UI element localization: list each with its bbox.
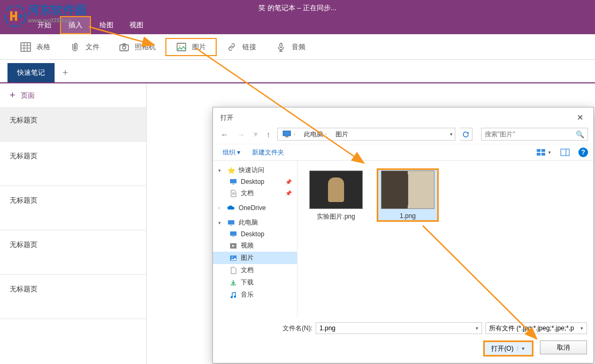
pin-icon: 📌 [285, 179, 292, 185]
watermark-site-name: 河东软件园 [28, 2, 87, 18]
ribbon-file-label: 文件 [86, 42, 100, 52]
ribbon-table-label: 表格 [36, 42, 50, 52]
file-tile-1[interactable]: 1.png [377, 168, 439, 222]
tree-desktop[interactable]: Desktop📌 [213, 176, 297, 187]
toolbar-organize[interactable]: 组织 ▾ [223, 148, 240, 157]
desktop-icon [229, 178, 238, 185]
refresh-button[interactable] [460, 128, 472, 141]
open-button[interactable]: 打开(O)▼ [483, 340, 533, 357]
svg-point-31 [231, 296, 233, 298]
nav-up-button[interactable]: ↑ [264, 129, 273, 140]
filetype-select[interactable]: 所有文件 (*.jpg;*.jpeg;*.jpe;*.p ▾ [485, 322, 587, 334]
view-mode-button[interactable]: ▼ [536, 149, 552, 156]
tree-music[interactable]: 音乐 [213, 289, 297, 301]
watermark-url: www.pc0359.cn [28, 17, 72, 24]
filename-dropdown-icon[interactable]: ▾ [476, 326, 478, 331]
svg-rect-11 [280, 43, 282, 48]
file-tile-0[interactable]: 实验图片.png [305, 168, 367, 223]
svg-point-30 [232, 257, 233, 258]
tree-onedrive[interactable]: ›OneDrive [213, 203, 297, 213]
video-icon [229, 242, 238, 250]
this-pc-icon [227, 219, 235, 227]
svg-point-8 [123, 46, 126, 49]
svg-rect-17 [541, 153, 545, 156]
desktop-icon [229, 230, 238, 238]
filename-label: 文件名(N): [219, 324, 312, 333]
nav-recent-button[interactable]: ▾ [251, 128, 260, 140]
dialog-nav-bar: ← → ▾ ↑ › 此电脑› 图片 ▾ 🔍 [213, 126, 593, 144]
page-item-4[interactable]: 无标题页 [0, 275, 146, 319]
link-icon [226, 42, 237, 52]
svg-rect-16 [537, 153, 540, 156]
svg-rect-24 [228, 220, 234, 224]
svg-rect-14 [537, 149, 540, 152]
dialog-close-button[interactable]: ✕ [574, 112, 587, 123]
add-page-button[interactable]: + 页面 [0, 83, 146, 108]
pictures-icon [229, 254, 238, 262]
ribbon-audio[interactable]: 音频 [266, 39, 315, 55]
ribbon-audio-label: 音频 [292, 42, 306, 52]
tree-videos[interactable]: 视频 [213, 239, 297, 252]
svg-rect-21 [232, 184, 234, 184]
svg-rect-13 [285, 136, 288, 137]
preview-pane-button[interactable] [560, 149, 570, 156]
page-item-2[interactable]: 无标题页 [0, 186, 146, 230]
tab-quick-notes[interactable]: 快速笔记 [7, 63, 55, 82]
tree-downloads[interactable]: 下载 [213, 276, 297, 289]
svg-rect-15 [541, 149, 545, 152]
ribbon-toolbar: 表格 文件 照相机 图片 链接 音频 [0, 34, 595, 60]
nav-back-button[interactable]: ← [218, 129, 231, 140]
tree-pictures[interactable]: 图片 [213, 252, 297, 264]
breadcrumb-root[interactable]: 此电脑 [304, 130, 323, 139]
open-split-arrow[interactable]: ▼ [517, 346, 525, 351]
svg-rect-18 [561, 149, 569, 156]
help-icon[interactable]: ? [578, 148, 588, 157]
svg-point-10 [179, 45, 181, 47]
address-dropdown[interactable]: ▾ [448, 131, 455, 137]
picture-icon [176, 42, 187, 52]
filename-value: 1.png [319, 324, 335, 332]
filetype-label: 所有文件 (*.jpg;*.jpeg;*.jpe;*.p [489, 324, 574, 333]
toolbar-new-folder[interactable]: 新建文件夹 [252, 148, 284, 157]
breadcrumb-folder[interactable]: 图片 [335, 130, 348, 139]
tree-this-pc[interactable]: ▾此电脑 [213, 216, 297, 229]
dialog-search-input[interactable] [485, 130, 576, 138]
this-pc-icon [282, 130, 292, 138]
dialog-search-box[interactable]: 🔍 [481, 128, 588, 141]
address-bar[interactable]: › 此电脑› 图片 ▾ [277, 128, 456, 141]
svg-rect-27 [232, 236, 234, 237]
tree-quick-access[interactable]: ▾⭐快速访问 [213, 164, 297, 176]
filename-input[interactable]: 1.png ▾ [316, 322, 482, 334]
cancel-button[interactable]: 取消 [540, 340, 587, 354]
tree-pc-desktop[interactable]: Desktop [213, 229, 297, 239]
tree-documents[interactable]: 文档📌 [213, 187, 297, 199]
watermark-logo-icon [4, 5, 27, 27]
ribbon-picture[interactable]: 图片 [165, 38, 217, 56]
dialog-footer: 文件名(N): 1.png ▾ 所有文件 (*.jpg;*.jpeg;*.jpe… [213, 318, 593, 363]
window-title: 笑 的笔记本 – 正在同步... [258, 3, 337, 13]
document-icon [229, 267, 238, 274]
svg-rect-25 [230, 225, 232, 226]
tab-add[interactable]: + [55, 63, 76, 82]
svg-point-32 [234, 296, 236, 298]
tree-pc-documents[interactable]: 文档 [213, 264, 297, 276]
svg-rect-26 [230, 231, 237, 236]
ribbon-link-label: 链接 [242, 42, 256, 52]
ribbon-table[interactable]: 表格 [11, 39, 60, 55]
menu-view[interactable]: 视图 [122, 17, 151, 33]
file-list-pane: 实验图片.png 1.png [298, 161, 593, 318]
ribbon-link[interactable]: 链接 [217, 39, 266, 55]
page-item-3[interactable]: 无标题页 [0, 230, 146, 275]
add-page-label: 页面 [21, 91, 35, 100]
search-icon: 🔍 [576, 130, 584, 138]
folder-tree: ▾⭐快速访问 Desktop📌 文档📌 ›OneDrive ▾此电脑 Deskt… [213, 161, 298, 318]
ribbon-file[interactable]: 文件 [60, 39, 109, 55]
page-item-1[interactable]: 无标题页 [0, 142, 146, 186]
dialog-toolbar: 组织 ▾ 新建文件夹 ▼ ? [213, 144, 593, 161]
ribbon-camera[interactable]: 照相机 [109, 39, 165, 55]
plus-icon: + [10, 90, 16, 101]
file-thumbnail [309, 171, 363, 209]
nav-forward-button[interactable]: → [235, 129, 247, 140]
download-icon [229, 279, 238, 286]
page-item-0[interactable]: 无标题页 [0, 108, 146, 142]
